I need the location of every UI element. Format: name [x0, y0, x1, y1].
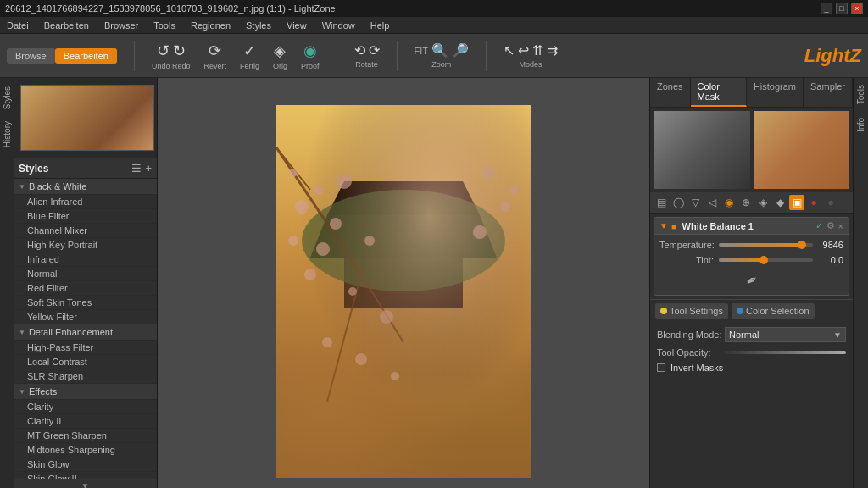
zoom-group[interactable]: FIT 🔍 🔎 Zoom	[415, 42, 470, 69]
invert-masks-checkbox[interactable]	[657, 363, 665, 372]
style-item-yellow-filter[interactable]: Yellow Filter	[14, 310, 157, 324]
tool-icon-orange-sq[interactable]: ▣	[789, 195, 804, 210]
undo-redo-group[interactable]: ↺ ↻ Undo Redo	[152, 42, 191, 70]
list-view-icon[interactable]: ☰	[131, 162, 142, 175]
sidebar-item-styles[interactable]: Styles	[1, 81, 14, 114]
menu-regionen[interactable]: Regionen	[187, 19, 234, 32]
menu-bearbeiten[interactable]: Bearbeiten	[41, 19, 92, 32]
style-item-clarity-ii[interactable]: Clarity II	[14, 414, 157, 429]
tool-icon-1[interactable]: ▤	[654, 195, 669, 210]
tool-settings-tab[interactable]: Tool Settings	[655, 303, 728, 319]
style-item-red-filter[interactable]: Red Filter	[14, 281, 157, 296]
tool-icon-7[interactable]: ◆	[772, 195, 787, 210]
main-image	[276, 105, 531, 478]
svg-rect-0	[276, 105, 531, 478]
color-selection-tab[interactable]: Color Selection	[732, 303, 815, 319]
style-item-channel-mixer[interactable]: Channel Mixer	[14, 224, 157, 238]
close-button[interactable]: ×	[851, 3, 863, 14]
style-item-soft-skin-tones[interactable]: Soft Skin Tones	[14, 296, 157, 310]
tool-icon-red[interactable]: ●	[806, 195, 821, 210]
toolbar-sep-2	[337, 41, 337, 71]
menu-browser[interactable]: Browser	[101, 19, 142, 32]
mode-icon-3: ⇈	[532, 42, 543, 58]
bearbeiten-tab[interactable]: Bearbeiten	[55, 48, 117, 64]
menu-tools[interactable]: Tools	[150, 19, 179, 32]
wb-close-icon[interactable]: ×	[838, 221, 843, 231]
temperature-label: Temperature:	[659, 240, 719, 250]
style-item-local-contrast[interactable]: Local Contrast	[14, 355, 157, 369]
revert-group[interactable]: ⟳ Revert	[203, 42, 226, 70]
svg-point-18	[348, 287, 357, 296]
browse-tab[interactable]: Browse	[7, 48, 55, 64]
style-item-midtones-sharpening[interactable]: Midtones Sharpening	[14, 443, 157, 458]
fertig-group[interactable]: ✓ Fertig	[240, 42, 259, 70]
eyedropper-icon[interactable]: ✒	[743, 270, 760, 290]
fertig-label: Fertig	[240, 62, 259, 70]
tool-settings-label: Tool Settings	[670, 306, 723, 316]
wb-expand-icon[interactable]: ▼	[659, 221, 668, 230]
style-item-skin-glow[interactable]: Skin Glow	[14, 458, 157, 472]
style-item-blue-filter[interactable]: Blue Filter	[14, 209, 157, 224]
svg-point-12	[314, 185, 324, 195]
orig-group[interactable]: ◈ Orig	[273, 42, 287, 70]
tab-histogram[interactable]: Histogram	[747, 78, 804, 107]
opacity-slider[interactable]	[725, 351, 846, 354]
style-item-slr-sharpen[interactable]: SLR Sharpen	[14, 369, 157, 384]
add-style-icon[interactable]: +	[145, 162, 152, 175]
tool-icon-dark[interactable]: ●	[823, 195, 838, 210]
tab-sampler[interactable]: Sampler	[804, 78, 853, 107]
menu-window[interactable]: Window	[319, 19, 359, 32]
temperature-slider[interactable]	[719, 243, 813, 247]
style-item-alien-infrared[interactable]: Alien Infrared	[14, 195, 157, 209]
center-canvas[interactable]	[158, 78, 649, 488]
preview-thumb-grey	[654, 111, 750, 189]
modes-group[interactable]: ↖ ↩ ⇈ ⇉ Modes	[504, 42, 558, 69]
edge-tab-tools[interactable]: Tools	[854, 78, 867, 111]
proof-group[interactable]: ◉ Proof	[301, 42, 320, 70]
invert-masks-label: Invert Masks	[670, 363, 723, 373]
style-item-mt-green-sharpen[interactable]: MT Green Sharpen	[14, 429, 157, 443]
style-group-detail[interactable]: ▼ Detail Enhancement	[14, 324, 157, 341]
main-area: Styles History Styles ☰ + ▼ Black & Whit…	[0, 78, 868, 488]
proof-icon: ◉	[303, 42, 317, 60]
menu-view[interactable]: View	[283, 19, 310, 32]
svg-point-22	[391, 372, 399, 380]
maximize-button[interactable]: □	[836, 3, 848, 14]
svg-point-15	[337, 174, 352, 189]
modes-icons: ↖ ↩ ⇈ ⇉	[504, 42, 558, 58]
style-item-high-pass[interactable]: High-Pass Filter	[14, 341, 157, 355]
tool-icon-5[interactable]: ⊕	[738, 195, 754, 210]
menu-styles[interactable]: Styles	[242, 19, 275, 32]
style-item-clarity[interactable]: Clarity	[14, 400, 157, 414]
sidebar-item-history[interactable]: History	[1, 116, 14, 152]
style-item-high-key-portrait[interactable]: High Key Portrait	[14, 238, 157, 252]
style-item-normal[interactable]: Normal	[14, 267, 157, 281]
wb-check-icon[interactable]: ✓	[815, 220, 823, 231]
tint-slider[interactable]	[719, 258, 813, 262]
tool-icon-triangle[interactable]: ▽	[687, 195, 703, 210]
tool-icon-color-wheel[interactable]: ◉	[721, 195, 737, 210]
style-group-black-white[interactable]: ▼ Black & White	[14, 179, 157, 195]
menu-help[interactable]: Help	[367, 19, 393, 32]
tool-icon-circle[interactable]: ◯	[670, 195, 686, 210]
toolbar-sep-4	[486, 41, 487, 71]
menu-datei[interactable]: Datei	[3, 19, 32, 32]
tab-color-mask[interactable]: Color Mask	[691, 78, 747, 107]
edge-tab-info[interactable]: Info	[854, 111, 867, 139]
tool-icon-6[interactable]: ◈	[755, 195, 771, 210]
wb-header: ▼ ■ White Balance 1 ✓ ⚙ ×	[654, 218, 849, 235]
minimize-button[interactable]: _	[821, 3, 832, 14]
toolbar: Browse Bearbeiten ↺ ↻ Undo Redo ⟳ Revert…	[0, 34, 868, 78]
svg-point-20	[322, 337, 332, 347]
tint-value: 0,0	[813, 255, 843, 265]
svg-point-21	[355, 353, 367, 365]
tab-zones[interactable]: Zones	[650, 78, 691, 107]
tool-icon-arrow[interactable]: ◁	[704, 195, 720, 210]
wb-settings-icon[interactable]: ⚙	[826, 220, 835, 231]
blending-mode-select[interactable]: Normal ▼	[725, 327, 846, 342]
scroll-down-icon[interactable]: ▼	[81, 481, 90, 489]
style-item-skin-glow-ii[interactable]: Skin Glow II	[14, 472, 157, 479]
rotate-group[interactable]: ⟲ ⟳ Rotate	[354, 42, 380, 69]
style-item-infrared[interactable]: Infrared	[14, 252, 157, 267]
style-group-effects[interactable]: ▼ Effects	[14, 384, 157, 400]
